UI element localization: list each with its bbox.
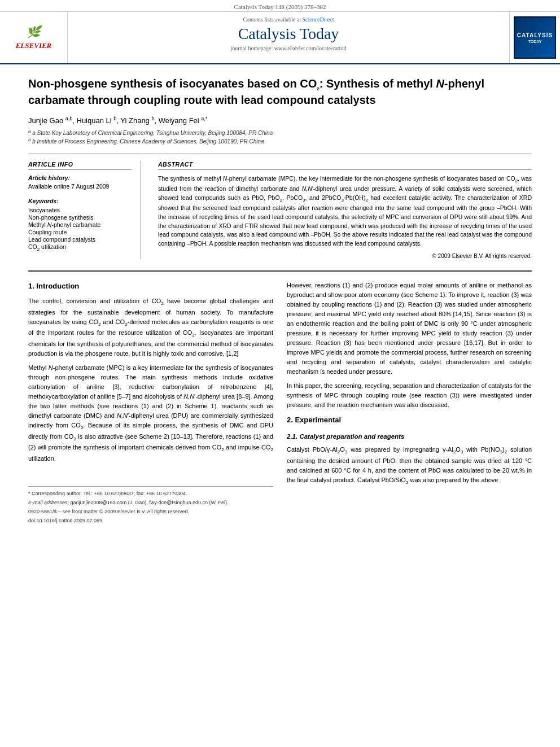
keyword-5: Lead compound catalysts xyxy=(28,236,132,243)
elsevier-tree-icon: 🌿 xyxy=(16,24,52,40)
article-content: Non-phosgene synthesis of isocyanates ba… xyxy=(0,64,560,538)
keywords-label: Keywords: xyxy=(28,198,132,204)
article-info-heading: Article Info xyxy=(28,161,132,170)
left-column: 1. Introduction The control, conversion … xyxy=(28,281,273,526)
info-columns: Article Info Article history: Available … xyxy=(28,154,532,259)
footnote-corresponding: * Corresponding author. Tel.: +86 10 627… xyxy=(28,490,273,498)
elsevier-name: ELSEVIER xyxy=(16,41,52,50)
keyword-4: Coupling route xyxy=(28,229,132,235)
two-col-layout: 1. Introduction The control, conversion … xyxy=(28,281,532,526)
journal-header-center: Contents lists available at ScienceDirec… xyxy=(68,12,509,63)
sciencedirect-link[interactable]: ScienceDirect xyxy=(302,16,334,23)
copyright: © 2009 Elsevier B.V. All rights reserved… xyxy=(158,253,532,259)
abstract-text: The synthesis of methyl N-phenyl carbama… xyxy=(158,174,532,248)
footnotes: * Corresponding author. Tel.: +86 10 627… xyxy=(28,486,273,525)
keyword-3: Methyl N-phenyl carbamate xyxy=(28,221,132,228)
catalyst-prep-subheading: 2.1. Catalyst preparation and reagents xyxy=(287,432,532,442)
affiliation-a: a a State Key Laboratory of Chemical Eng… xyxy=(28,129,532,136)
journal-bar: Catalysis Today 148 (2009) 378–382 xyxy=(0,0,560,12)
article-info: Article Info Article history: Available … xyxy=(28,161,141,259)
abstract-heading: Abstract xyxy=(158,161,532,170)
badge-title: CATALYSIS xyxy=(517,32,553,38)
article-title: Non-phosgene synthesis of isocyanates ba… xyxy=(28,76,532,108)
page: Catalysis Today 148 (2009) 378–382 🌿 ELS… xyxy=(0,0,560,747)
sciencedirect-label: Contents lists available at ScienceDirec… xyxy=(79,16,498,23)
footnote-email: E-mail addresses: gaojunjie2008@163.com … xyxy=(28,499,273,507)
affiliations: a a State Key Laboratory of Chemical Eng… xyxy=(28,129,532,145)
header-area: 🌿 ELSEVIER Contents lists available at S… xyxy=(0,12,560,64)
intro-heading: 1. Introduction xyxy=(28,281,273,292)
right-para-1: However, reactions (1) and (2) produce e… xyxy=(287,281,532,377)
intro-para-2: Methyl N-phenyl carbamate (MPC) is a key… xyxy=(28,363,273,464)
journal-title: Catalysis Today xyxy=(79,25,498,43)
article-history-label: Article history: xyxy=(28,174,132,181)
keyword-6: CO2 utilization xyxy=(28,243,132,252)
elsevier-logo-area: 🌿 ELSEVIER xyxy=(0,12,68,63)
main-text: 1. Introduction The control, conversion … xyxy=(28,270,532,526)
intro-para-1: The control, conversion and utilization … xyxy=(28,296,273,359)
catalysis-badge: CATALYSIS TODAY xyxy=(514,16,556,59)
keyword-2: Non-phosgene synthesis xyxy=(28,214,132,221)
elsevier-logo: 🌿 ELSEVIER xyxy=(16,24,52,51)
badge-subtitle: TODAY xyxy=(528,40,542,43)
keyword-1: Isocyanates xyxy=(28,207,132,213)
available-online: Available online 7 August 2009 xyxy=(28,183,132,190)
journal-homepage: journal homepage: www.elsevier.com/locat… xyxy=(79,45,498,51)
right-column: However, reactions (1) and (2) produce e… xyxy=(287,281,532,526)
authors: Junjie Gao a,b, Huiquan Li b, Yi Zhang b… xyxy=(28,116,532,125)
experimental-para-1: Catalyst PbO/γ-Al2O3 was prepared by imp… xyxy=(287,445,532,486)
experimental-heading: 2. Experimental xyxy=(287,414,532,426)
abstract-section: Abstract The synthesis of methyl N-pheny… xyxy=(158,161,532,259)
catalysis-badge-area: CATALYSIS TODAY xyxy=(509,12,560,63)
keywords-list: Isocyanates Non-phosgene synthesis Methy… xyxy=(28,207,132,252)
affiliation-b: b b Institute of Process Engineering, Ch… xyxy=(28,137,532,145)
footnote-issn: 0920-5861/$ – see front matter © 2009 El… xyxy=(28,508,273,516)
footnote-doi: doi:10.1016/j.cattod.2009.07.069 xyxy=(28,517,273,525)
right-para-2: In this paper, the screening, recycling,… xyxy=(287,381,532,410)
journal-citation: Catalysis Today 148 (2009) 378–382 xyxy=(234,3,326,10)
